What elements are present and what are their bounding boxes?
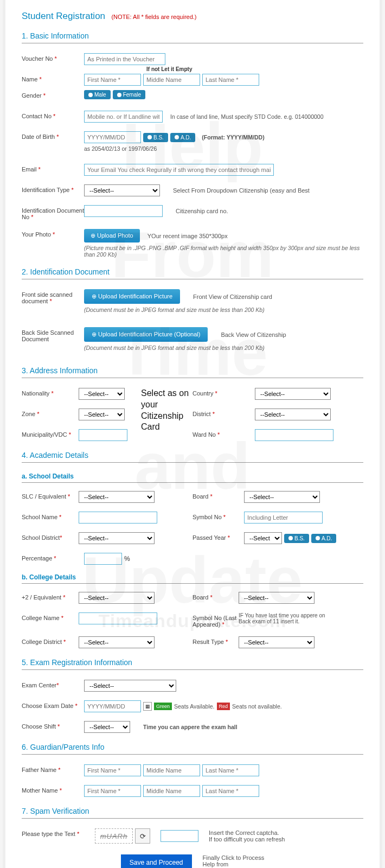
section-college: b. College Details [22,573,363,584]
district-select[interactable]: --Select-- [255,409,331,420]
schoolname-label: School Name [22,514,57,520]
district-label: District [193,411,211,417]
examcenter-select[interactable]: --Select-- [84,680,176,692]
father-lname-input[interactable] [202,764,259,776]
father-fname-input[interactable] [84,764,141,776]
restype-label: Result Type [193,639,224,645]
save-proceed-button[interactable]: Save and Proceed [121,854,192,868]
ward-label: Ward No [193,431,216,438]
mname-input[interactable] [143,74,200,86]
female-radio[interactable]: Female [113,90,145,99]
calendar-icon[interactable]: ▦ [143,702,152,711]
idtype-hint: Select From Droupdown Citizenship (easy … [173,187,310,194]
restype-select[interactable]: --Select-- [239,636,315,648]
ad-radio[interactable]: A.D. [170,133,195,142]
symbol-input[interactable] [244,512,323,524]
name-label: Name [22,76,37,82]
mother-mname-input[interactable] [143,785,200,797]
voucher-input[interactable] [84,53,165,65]
address-overlay-note: Select as on your Citizenship Card [141,388,195,433]
examdate-label: Choose Exam Date [22,703,73,709]
nationality-label: Nationality [22,390,49,397]
section-basic: 1. Basic Information [22,31,363,43]
backscan-label: Back Side Scanned Document [22,329,74,342]
fname-input[interactable] [84,74,141,86]
examcenter-label: Exam Center [22,682,56,688]
section-exam: 5. Exam Registration Information [22,658,363,670]
schooldist-label: School District [22,534,60,541]
captcha-hint2: If too difficult you can refresh [209,836,285,843]
captcha-hint1: Insert the Correct captcha. [209,829,285,836]
symbol-last-hint: IF You have last time you appere on Back… [239,612,336,628]
country-label: Country [193,390,214,397]
muni-label: Municipality/VDC [22,431,67,438]
board2-select[interactable]: --Select-- [239,592,315,604]
muni-input[interactable] [79,429,127,441]
slc-label: SLC / Equivalent [22,493,66,500]
zone-select[interactable]: --Select-- [79,409,125,420]
mother-label: Mother Name [22,787,58,794]
collname-input[interactable] [79,612,157,624]
radio-icon [316,536,320,540]
father-label: Father Name [22,767,56,773]
ward-input[interactable] [255,429,333,441]
schooldist-select[interactable]: --Select-- [79,532,155,544]
male-radio[interactable]: Male [84,90,111,99]
pct-input[interactable] [84,553,122,565]
plus2-select[interactable]: --Select-- [79,592,155,604]
board2-label: Board [193,594,208,601]
contact-hint: In case of land line, Must specify STD C… [170,113,324,120]
shift-select[interactable]: --Select-- [84,721,130,733]
section-guardian: 6. Guardian/Parents Info [22,743,363,755]
idtype-select[interactable]: --Select-- [84,184,160,196]
contact-input[interactable] [84,111,163,123]
examdate-input[interactable] [84,700,141,712]
radio-icon [147,135,152,139]
pct-unit: % [124,555,130,563]
submit-hint1: Finally Click to Process [203,854,265,861]
captcha-label: Please type the Text [22,831,75,837]
board-select[interactable]: --Select-- [244,491,320,503]
frontscan-label: Front side scanned document [22,291,73,304]
upload-back-button[interactable]: ⊕ Upload Identification Picture (Optiona… [84,327,208,342]
front-fmt-hint: (Document must be in JPEG format and siz… [84,307,265,313]
mother-fname-input[interactable] [84,785,141,797]
lname-input[interactable] [202,74,259,86]
upload-photo-button[interactable]: ⊕ Upload Photo [84,229,140,242]
colldist-label: College District [22,639,62,645]
photo-hint: YOur recent image 350*300px [147,233,228,239]
idtype-label: Identification Type [22,187,69,193]
colldist-select[interactable]: --Select-- [79,636,155,648]
radio-icon [288,536,293,540]
shift-label: Choose Shift [22,723,56,730]
dob-fmt-hint: (Format: YYYY/MM/DD) [202,134,264,141]
father-mname-input[interactable] [143,764,200,776]
dob-label: Date of Birth [22,133,55,140]
nationality-select[interactable]: --Select-- [79,388,125,400]
iddoc-input[interactable] [84,205,163,217]
upload-front-button[interactable]: ⊕ Upload Identification Picture [84,289,180,304]
dob-input[interactable] [84,131,141,143]
captcha-input[interactable] [161,830,198,842]
radio-icon [175,135,179,139]
photo-fmt-hint: (Picture must be in .JPG .PNG .BMP .GIF … [84,245,363,258]
shift-hint: Time you can appere the exam hall [143,724,238,730]
slc-select[interactable]: --Select-- [79,491,155,503]
country-select[interactable]: --Select-- [255,388,331,400]
front-hint: Front View of Citizenship card [193,293,272,300]
ad-radio-2[interactable]: A.D. [311,534,336,543]
title-note: (NOTE: All * fields are required.) [111,14,196,20]
photo-label: Your Photo [22,231,51,238]
section-academic: 4. Academic Details [22,451,363,463]
bs-radio-2[interactable]: B.S. [284,534,309,543]
refresh-captcha-button[interactable]: ⟳ [135,828,150,844]
page-title: Student Registration [22,11,105,21]
passedyr-select[interactable]: --Select-- [244,532,282,544]
schoolname-input[interactable] [79,512,157,524]
red-badge: Red [217,703,230,710]
email-input[interactable] [84,164,274,176]
pct-label: Percentage [22,555,52,561]
zone-label: Zone [22,411,35,417]
mother-lname-input[interactable] [202,785,259,797]
bs-radio[interactable]: B.S. [143,133,168,142]
